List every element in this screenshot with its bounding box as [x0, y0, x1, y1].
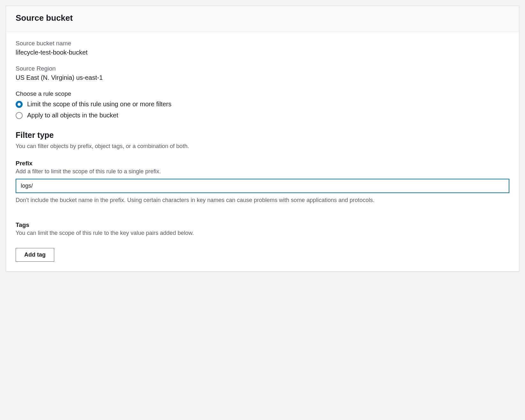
- prefix-label: Prefix: [16, 160, 509, 167]
- prefix-footnote: Don't include the bucket name in the pre…: [16, 196, 509, 204]
- prefix-block: Prefix Add a filter to limit the scope o…: [16, 160, 509, 204]
- tags-block: Tags You can limit the scope of this rul…: [16, 221, 509, 262]
- panel-title: Source bucket: [16, 13, 509, 23]
- source-region-label: Source Region: [16, 65, 509, 72]
- radio-icon-unselected[interactable]: [16, 112, 23, 119]
- scope-option-limit-label: Limit the scope of this rule using one o…: [27, 101, 171, 108]
- filter-type-desc: You can filter objects by prefix, object…: [16, 143, 509, 150]
- panel-header: Source bucket: [6, 6, 519, 32]
- filter-type-heading: Filter type: [16, 131, 509, 140]
- scope-option-all-label: Apply to all objects in the bucket: [27, 112, 118, 119]
- source-bucket-name-block: Source bucket name lifecycle-test-book-b…: [16, 40, 509, 56]
- radio-icon-selected[interactable]: [16, 101, 23, 108]
- tags-helper: You can limit the scope of this rule to …: [16, 230, 509, 236]
- panel-body: Source bucket name lifecycle-test-book-b…: [6, 32, 519, 271]
- source-region-value: US East (N. Virginia) us-east-1: [16, 74, 509, 81]
- rule-scope-block: Choose a rule scope Limit the scope of t…: [16, 90, 509, 119]
- rule-scope-label: Choose a rule scope: [16, 90, 509, 97]
- tags-label: Tags: [16, 221, 509, 229]
- scope-option-all[interactable]: Apply to all objects in the bucket: [16, 112, 509, 119]
- source-bucket-name-label: Source bucket name: [16, 40, 509, 47]
- prefix-helper: Add a filter to limit the scope of this …: [16, 168, 509, 175]
- source-bucket-name-value: lifecycle-test-book-bucket: [16, 49, 509, 56]
- scope-option-limit[interactable]: Limit the scope of this rule using one o…: [16, 101, 509, 108]
- source-bucket-panel: Source bucket Source bucket name lifecyc…: [6, 6, 519, 272]
- source-region-block: Source Region US East (N. Virginia) us-e…: [16, 65, 509, 81]
- add-tag-button[interactable]: Add tag: [16, 248, 54, 262]
- prefix-input[interactable]: [16, 179, 509, 193]
